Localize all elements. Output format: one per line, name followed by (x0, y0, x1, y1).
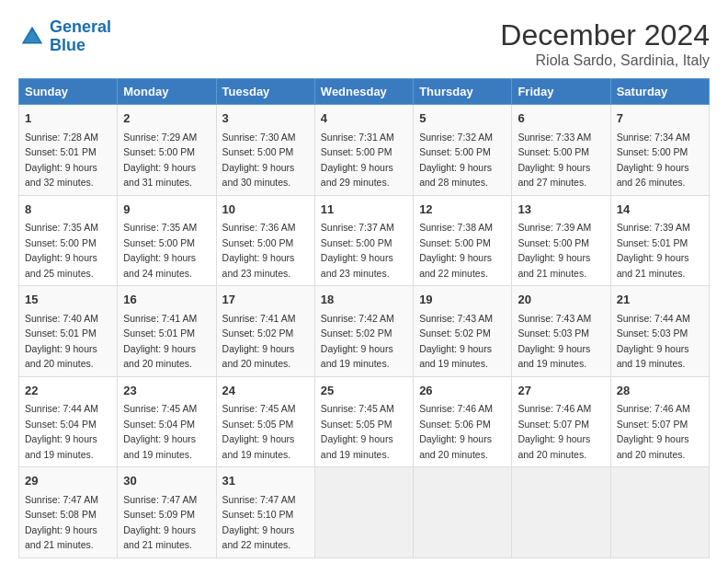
calendar-cell: 19 Sunrise: 7:43 AMSunset: 5:02 PMDaylig… (414, 286, 512, 377)
calendar-cell: 26 Sunrise: 7:46 AMSunset: 5:06 PMDaylig… (414, 376, 512, 467)
day-number: 30 (123, 472, 210, 490)
month-title: December 2024 (500, 18, 710, 52)
day-info: Sunrise: 7:45 AMSunset: 5:05 PMDaylight:… (222, 403, 296, 460)
header-wednesday: Wednesday (314, 79, 413, 105)
day-info: Sunrise: 7:41 AMSunset: 5:01 PMDaylight:… (123, 313, 197, 370)
day-info: Sunrise: 7:35 AMSunset: 5:00 PMDaylight:… (25, 222, 98, 279)
day-info: Sunrise: 7:46 AMSunset: 5:06 PMDaylight:… (419, 403, 493, 460)
day-number: 16 (123, 291, 210, 309)
calendar-cell (512, 467, 610, 558)
day-info: Sunrise: 7:47 AMSunset: 5:08 PMDaylight:… (25, 494, 98, 551)
header-friday: Friday (512, 79, 610, 105)
header-row: SundayMondayTuesdayWednesdayThursdayFrid… (19, 79, 710, 105)
logo-text: General Blue (50, 18, 111, 55)
day-number: 17 (222, 291, 309, 309)
day-number: 14 (617, 201, 703, 219)
day-info: Sunrise: 7:47 AMSunset: 5:10 PMDaylight:… (222, 494, 296, 551)
day-info: Sunrise: 7:38 AMSunset: 5:00 PMDaylight:… (419, 222, 493, 279)
day-info: Sunrise: 7:43 AMSunset: 5:02 PMDaylight:… (419, 313, 493, 370)
calendar-cell (414, 467, 512, 558)
calendar-cell: 4 Sunrise: 7:31 AMSunset: 5:00 PMDayligh… (314, 105, 413, 196)
day-info: Sunrise: 7:46 AMSunset: 5:07 PMDaylight:… (617, 403, 690, 460)
day-info: Sunrise: 7:33 AMSunset: 5:00 PMDaylight:… (518, 132, 591, 189)
calendar-cell: 31 Sunrise: 7:47 AMSunset: 5:10 PMDaylig… (216, 467, 314, 558)
calendar-cell: 29 Sunrise: 7:47 AMSunset: 5:08 PMDaylig… (19, 467, 118, 558)
day-info: Sunrise: 7:44 AMSunset: 5:04 PMDaylight:… (25, 403, 98, 460)
day-number: 23 (123, 382, 210, 400)
day-number: 20 (518, 291, 604, 309)
calendar-cell: 25 Sunrise: 7:45 AMSunset: 5:05 PMDaylig… (314, 376, 413, 467)
calendar-cell: 8 Sunrise: 7:35 AMSunset: 5:00 PMDayligh… (19, 195, 118, 286)
day-info: Sunrise: 7:42 AMSunset: 5:02 PMDaylight:… (321, 313, 394, 370)
day-number: 22 (25, 382, 111, 400)
page-header: General Blue December 2024 Riola Sardo, … (18, 18, 710, 69)
day-info: Sunrise: 7:28 AMSunset: 5:01 PMDaylight:… (25, 132, 98, 189)
day-info: Sunrise: 7:37 AMSunset: 5:00 PMDaylight:… (321, 222, 394, 279)
day-number: 4 (321, 109, 407, 128)
calendar-cell: 11 Sunrise: 7:37 AMSunset: 5:00 PMDaylig… (314, 195, 413, 286)
day-info: Sunrise: 7:35 AMSunset: 5:00 PMDaylight:… (123, 222, 197, 279)
day-number: 29 (25, 472, 111, 490)
calendar-cell: 27 Sunrise: 7:46 AMSunset: 5:07 PMDaylig… (512, 376, 610, 467)
calendar-cell: 10 Sunrise: 7:36 AMSunset: 5:00 PMDaylig… (216, 195, 314, 286)
header-sunday: Sunday (19, 79, 118, 105)
day-info: Sunrise: 7:41 AMSunset: 5:02 PMDaylight:… (222, 313, 296, 370)
logo-icon (18, 23, 46, 51)
day-number: 2 (123, 109, 210, 128)
title-block: December 2024 Riola Sardo, Sardinia, Ita… (500, 18, 710, 69)
day-info: Sunrise: 7:39 AMSunset: 5:01 PMDaylight:… (617, 222, 690, 279)
week-row-2: 8 Sunrise: 7:35 AMSunset: 5:00 PMDayligh… (19, 195, 710, 286)
calendar-cell: 7 Sunrise: 7:34 AMSunset: 5:00 PMDayligh… (610, 105, 709, 196)
day-number: 5 (419, 109, 506, 128)
location: Riola Sardo, Sardinia, Italy (500, 52, 710, 69)
day-info: Sunrise: 7:31 AMSunset: 5:00 PMDaylight:… (321, 132, 394, 189)
calendar-cell: 15 Sunrise: 7:40 AMSunset: 5:01 PMDaylig… (19, 286, 118, 377)
calendar-cell: 12 Sunrise: 7:38 AMSunset: 5:00 PMDaylig… (414, 195, 512, 286)
calendar-table: SundayMondayTuesdayWednesdayThursdayFrid… (18, 78, 710, 558)
day-info: Sunrise: 7:36 AMSunset: 5:00 PMDaylight:… (222, 222, 296, 279)
day-number: 10 (222, 201, 309, 219)
week-row-4: 22 Sunrise: 7:44 AMSunset: 5:04 PMDaylig… (19, 376, 710, 467)
week-row-5: 29 Sunrise: 7:47 AMSunset: 5:08 PMDaylig… (19, 467, 710, 558)
header-monday: Monday (118, 79, 216, 105)
day-number: 3 (222, 109, 309, 128)
calendar-cell: 18 Sunrise: 7:42 AMSunset: 5:02 PMDaylig… (314, 286, 413, 377)
day-number: 24 (222, 382, 309, 400)
calendar-cell: 21 Sunrise: 7:44 AMSunset: 5:03 PMDaylig… (610, 286, 709, 377)
day-info: Sunrise: 7:45 AMSunset: 5:04 PMDaylight:… (123, 403, 197, 460)
calendar-cell: 9 Sunrise: 7:35 AMSunset: 5:00 PMDayligh… (118, 195, 216, 286)
calendar-cell: 2 Sunrise: 7:29 AMSunset: 5:00 PMDayligh… (118, 105, 216, 196)
day-number: 28 (617, 382, 703, 400)
calendar-cell: 30 Sunrise: 7:47 AMSunset: 5:09 PMDaylig… (118, 467, 216, 558)
day-number: 15 (25, 291, 111, 309)
day-info: Sunrise: 7:43 AMSunset: 5:03 PMDaylight:… (518, 313, 591, 370)
calendar-cell: 16 Sunrise: 7:41 AMSunset: 5:01 PMDaylig… (118, 286, 216, 377)
day-number: 21 (617, 291, 703, 309)
day-number: 31 (222, 472, 309, 490)
calendar-cell: 22 Sunrise: 7:44 AMSunset: 5:04 PMDaylig… (19, 376, 118, 467)
calendar-cell (610, 467, 709, 558)
calendar-cell: 24 Sunrise: 7:45 AMSunset: 5:05 PMDaylig… (216, 376, 314, 467)
calendar-cell: 23 Sunrise: 7:45 AMSunset: 5:04 PMDaylig… (118, 376, 216, 467)
day-number: 25 (321, 382, 407, 400)
day-number: 7 (617, 109, 703, 128)
calendar-cell: 13 Sunrise: 7:39 AMSunset: 5:00 PMDaylig… (512, 195, 610, 286)
header-saturday: Saturday (610, 79, 709, 105)
day-info: Sunrise: 7:39 AMSunset: 5:00 PMDaylight:… (518, 222, 591, 279)
calendar-cell: 14 Sunrise: 7:39 AMSunset: 5:01 PMDaylig… (610, 195, 709, 286)
week-row-3: 15 Sunrise: 7:40 AMSunset: 5:01 PMDaylig… (19, 286, 710, 377)
day-number: 1 (25, 109, 111, 128)
day-number: 18 (321, 291, 407, 309)
day-number: 27 (518, 382, 604, 400)
calendar-cell: 17 Sunrise: 7:41 AMSunset: 5:02 PMDaylig… (216, 286, 314, 377)
day-info: Sunrise: 7:44 AMSunset: 5:03 PMDaylight:… (617, 313, 690, 370)
day-number: 9 (123, 201, 210, 219)
calendar-cell: 5 Sunrise: 7:32 AMSunset: 5:00 PMDayligh… (414, 105, 512, 196)
day-info: Sunrise: 7:40 AMSunset: 5:01 PMDaylight:… (25, 313, 98, 370)
logo: General Blue (18, 18, 111, 55)
calendar-cell: 1 Sunrise: 7:28 AMSunset: 5:01 PMDayligh… (19, 105, 118, 196)
day-info: Sunrise: 7:29 AMSunset: 5:00 PMDaylight:… (123, 132, 197, 189)
calendar-cell (314, 467, 413, 558)
header-tuesday: Tuesday (216, 79, 314, 105)
logo-general: General (50, 17, 111, 36)
